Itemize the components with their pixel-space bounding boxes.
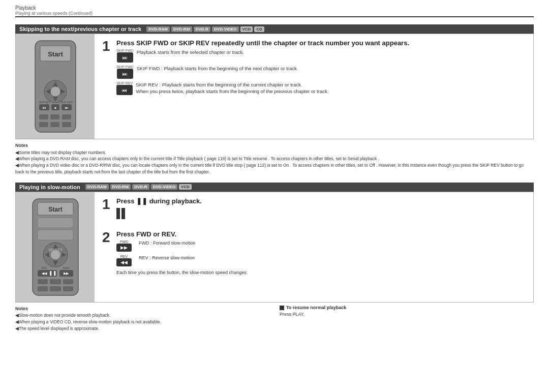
sub-item-1: SKIP FWD ⏭ Playback starts from the sele… xyxy=(116,49,526,63)
s2-badge-dvdram: DVD-RAM xyxy=(85,184,109,190)
section2-block: Playing in slow-motion DVD-RAM DVD-RW DV… xyxy=(15,183,534,332)
fwd-item: FWD ▶▶ FWD : Forward slow-motion xyxy=(116,240,526,252)
badge-dvdram: DVD-RAM xyxy=(146,26,170,32)
section2-content-box: Start SELECT CENTER xyxy=(15,192,534,303)
fwd-btn-group: FWD ▶▶ xyxy=(116,240,132,252)
svg-rect-47 xyxy=(38,286,48,291)
to-resume-box: To resume normal playback Press PLAY. xyxy=(280,305,534,318)
svg-rect-19 xyxy=(62,114,71,119)
section1-note-2: ◀When playing a DVD-RAM disc, you can ac… xyxy=(15,156,534,162)
sub-item-2-text: SKIP FWD : Playback starts from the begi… xyxy=(137,65,298,72)
remote-svg-2: Start SELECT CENTER xyxy=(25,196,86,298)
section1-step1-text: Press SKIP FWD or SKIP REV repeatedly un… xyxy=(116,39,526,47)
skip-rev-btn: ⏮ xyxy=(116,85,133,95)
sub-item-2: SKIP FWD ⏭ SKIP FWD : Playback starts fr… xyxy=(116,65,526,79)
svg-rect-17 xyxy=(39,114,48,119)
svg-text:■: ■ xyxy=(54,106,56,109)
s2-badge-dvdr: DVD-R xyxy=(132,184,149,190)
pause-icon xyxy=(116,208,125,219)
header-subtitle: Playing at various speeds (Continued) xyxy=(15,11,534,16)
svg-text:⏭: ⏭ xyxy=(65,106,68,109)
fwd-rev-items: FWD ▶▶ FWD : Forward slow-motion xyxy=(116,240,526,276)
section2-notes-right: To resume normal playback Press PLAY. xyxy=(280,303,534,332)
section2-badges: DVD-RAM DVD-RW DVD-R DVD-VIDEO VCD xyxy=(85,184,192,190)
section1-block: Skipping to the next/previous chapter or… xyxy=(15,24,534,175)
section1-notes: Notes ◀Some titles may not display chapt… xyxy=(15,142,534,175)
svg-rect-48 xyxy=(50,286,61,291)
s2-badge-dvdvideo: DVD-VIDEO xyxy=(151,184,177,190)
section2-step1-content: Press ❚❚ during playback. xyxy=(116,197,526,222)
badge-dvdrw: DVD-RW xyxy=(171,26,192,32)
sub-item-3-icon: SKIP REV ⏮ xyxy=(116,81,133,95)
pause-bar-right xyxy=(121,208,125,219)
section2-note-1: ◀Slow-motion does not provide smooth pla… xyxy=(15,312,269,319)
page-wrapper: Playback Playing at various speeds (Cont… xyxy=(0,0,549,392)
svg-text:▶▶: ▶▶ xyxy=(64,272,69,275)
svg-rect-22 xyxy=(62,122,71,127)
s2-badge-vcd: VCD xyxy=(179,184,192,190)
rev-label: REV xyxy=(120,255,128,258)
svg-rect-26 xyxy=(38,218,73,228)
section2-heading: Playing in slow-motion DVD-RAM DVD-RW DV… xyxy=(15,183,534,192)
section1-steps-area: 1 Press SKIP FWD or SKIP REV repeatedly … xyxy=(95,34,533,139)
section2-step2-row: 2 Press FWD or REV. FWD ▶▶ FW xyxy=(102,230,526,276)
section2-notes-title: Notes xyxy=(15,306,269,313)
rev-btn-group: REV ◀◀ xyxy=(116,255,132,266)
svg-rect-18 xyxy=(50,114,59,119)
skip-fwd-btn-1: ⏭ xyxy=(117,52,133,63)
svg-point-31 xyxy=(50,250,60,260)
rev-desc: REV : Reverse slow-motion xyxy=(139,255,195,261)
section2-remote-area: Start SELECT CENTER xyxy=(16,192,95,302)
section1-step1-number: 1 xyxy=(102,39,112,53)
section2-notes-area: Notes ◀Slow-motion does not provide smoo… xyxy=(15,303,534,332)
svg-text:REV: REV xyxy=(41,266,47,269)
section1-note-3: ◀When playing a DVD video disc or a DVD-… xyxy=(15,162,534,175)
section2-step2-number: 2 xyxy=(102,230,112,245)
section2-step2-text: Press FWD or REV. xyxy=(116,230,526,238)
badge-dvdvideo: DVD-VIDEO xyxy=(212,26,238,32)
fwd-btn: ▶▶ xyxy=(116,244,132,252)
extra-desc: Each time you press the button, the slow… xyxy=(116,269,526,276)
section1-note-1: ◀Some titles may not display chapter num… xyxy=(15,149,534,156)
sub-item-2-icon: SKIP FWD ⏭ xyxy=(116,65,134,79)
pause-bar-left xyxy=(116,208,120,219)
section2-heading-text: Playing in slow-motion xyxy=(19,184,80,190)
section1-content-box: Start xyxy=(15,34,534,139)
svg-rect-44 xyxy=(38,279,48,284)
section1-badges: DVD-RAM DVD-RW DVD-R DVD-VIDEO VCD CD xyxy=(146,26,264,32)
svg-point-4 xyxy=(50,86,60,97)
svg-text:Start: Start xyxy=(48,50,63,58)
section2-note-2: ◀When playing a VIDEO CD, reverse slow-m… xyxy=(15,319,269,325)
svg-text:❚❚: ❚❚ xyxy=(49,270,57,276)
sub-item-3: SKIP REV ⏮ SKIP REV : Playback starts fr… xyxy=(116,81,526,95)
to-resume-title-text: To resume normal playback xyxy=(286,305,346,312)
fwd-label: FWD xyxy=(120,240,128,244)
section2-notes: Notes ◀Slow-motion does not provide smoo… xyxy=(15,306,269,332)
svg-text:SKIP FWD: SKIP FWD xyxy=(60,101,72,104)
sub-item-1-icon: SKIP FWD ⏭ xyxy=(116,49,134,63)
svg-rect-46 xyxy=(63,279,73,284)
skip-fwd-label-2: SKIP FWD xyxy=(116,65,134,69)
remote-svg-1: Start xyxy=(25,38,86,135)
section1-heading: Skipping to the next/previous chapter or… xyxy=(15,24,534,34)
badge-cd: CD xyxy=(254,26,264,32)
section2-step1-text: Press ❚❚ during playback. xyxy=(116,197,526,205)
to-resume-text: Press PLAY. xyxy=(280,311,534,318)
section1-notes-title: Notes xyxy=(15,142,534,149)
svg-rect-45 xyxy=(50,279,61,284)
section2-step1-number: 1 xyxy=(102,197,112,212)
svg-rect-49 xyxy=(63,286,73,291)
skip-rev-label: SKIP REV xyxy=(116,81,133,85)
section1-heading-text: Skipping to the next/previous chapter or… xyxy=(19,26,141,32)
skip-fwd-btn-2: ⏭ xyxy=(117,69,133,79)
section1-step1-content: Press SKIP FWD or SKIP REV repeatedly un… xyxy=(116,39,526,95)
header-title: Playback xyxy=(15,5,534,11)
sub-item-1-text: Playback starts from the selected chapte… xyxy=(137,49,244,55)
svg-rect-21 xyxy=(50,122,59,127)
sub-item-3-text: SKIP REV : Playback starts from the begi… xyxy=(136,81,328,95)
to-resume-title: To resume normal playback xyxy=(280,305,534,312)
svg-text:SKIP REV: SKIP REV xyxy=(38,101,50,104)
badge-vcd: VCD xyxy=(240,26,253,32)
svg-rect-20 xyxy=(39,122,48,127)
rev-btn: ◀◀ xyxy=(116,258,132,266)
